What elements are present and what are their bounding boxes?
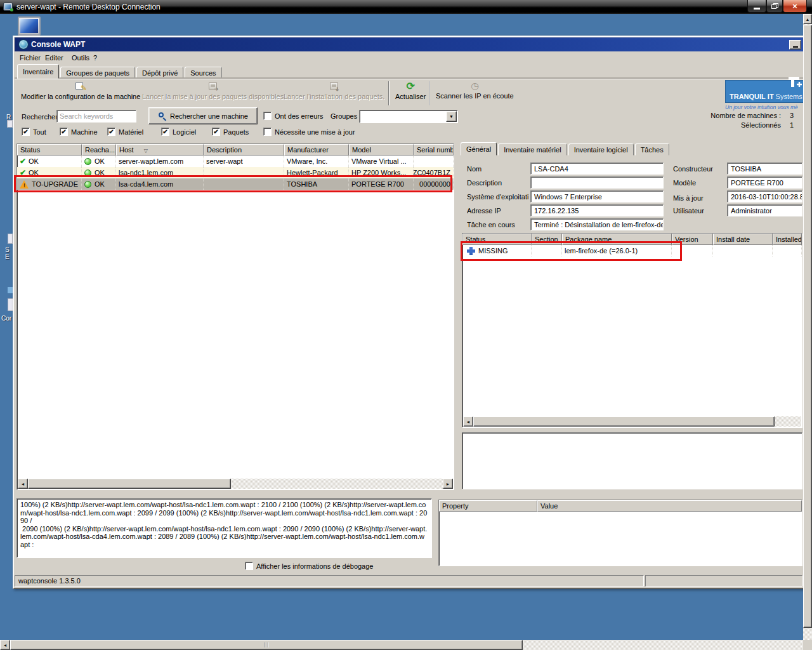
close-icon: × (792, 1, 797, 11)
filter-label-tout: Tout (33, 128, 46, 136)
launch-update-button: ➜ Lancer la mise à jour des paquets disp… (140, 81, 286, 101)
minimize-icon (793, 46, 798, 48)
scroll-up-arrow-icon[interactable]: ▲ (803, 14, 812, 24)
ok-check-icon: ✔ (20, 157, 26, 165)
tab-sources[interactable]: Sources (185, 67, 221, 79)
desktop-icon-fragment (8, 287, 13, 293)
main-tabbar: Inventaire Groupes de paquets Dépôt priv… (15, 64, 804, 79)
packages-grid: Status Section Package name Version Inst… (462, 233, 802, 428)
column-header-pkg-install-date[interactable]: Install date (713, 234, 773, 245)
rdp-restore-button[interactable] (766, 0, 783, 13)
menu-fichier[interactable]: Fichier (17, 53, 43, 62)
tab-inventaire[interactable]: Inventaire (17, 64, 59, 79)
filter-checkbox-materiel[interactable]: ✔ (107, 128, 115, 136)
package-detail-memo (462, 432, 802, 489)
desktop-icon-fragment (7, 120, 13, 128)
errors-checkbox-label: Ont des erreurs (275, 112, 323, 120)
scrollbar-thumb[interactable] (473, 416, 775, 427)
menu-help[interactable]: ? (91, 53, 100, 62)
sort-desc-icon: ▽ (144, 148, 148, 154)
filter-checkbox-machine[interactable]: ✔ (60, 128, 68, 136)
debug-info-checkbox-label: Afficher les informations de débogage (256, 562, 373, 570)
column-header-status[interactable]: Status (17, 144, 82, 156)
chevron-down-icon[interactable]: ▼ (446, 111, 457, 122)
scrollbar-thumb[interactable] (28, 479, 231, 489)
find-machine-button[interactable]: Rechercher une machine (148, 107, 258, 124)
filter-checkbox-logiciel[interactable]: ✔ (161, 128, 169, 136)
desktop-icon-label-fragment: E (5, 253, 10, 260)
field-constructeur[interactable]: TOSHIBA (727, 162, 802, 175)
statusbar-version: waptconsole 1.3.5.0 (15, 575, 644, 587)
rdp-close-button[interactable]: × (783, 0, 807, 13)
filter-label-machine: Machine (71, 128, 98, 136)
scrollbar-thumb[interactable] (803, 25, 812, 628)
tab-inventaire-logiciel[interactable]: Inventaire logiciel (568, 143, 634, 156)
window-minimize-button[interactable] (789, 40, 801, 50)
logo-plus-icon (797, 82, 802, 87)
search-input[interactable] (60, 112, 133, 120)
debug-info-checkbox[interactable] (245, 562, 253, 570)
filter-checkbox-paquets[interactable]: ✔ (212, 128, 220, 136)
menu-outils[interactable]: Outils (69, 53, 92, 62)
logo-tagline: Un jour votre intuition vous mè (725, 104, 808, 110)
column-header-description[interactable]: Description (204, 144, 284, 156)
field-ip[interactable]: 172.16.22.135 (530, 204, 664, 216)
column-header-host[interactable]: Host▽ (116, 144, 204, 156)
refresh-button[interactable]: ⟳ Actualiser (393, 81, 428, 101)
filter-checkbox-needs-update[interactable] (263, 128, 272, 136)
tranquil-it-logo: TRANQUILITSystems (725, 80, 804, 103)
machine-row[interactable]: ✔OK OK server-wapt.lem.com server-wapt V… (17, 156, 454, 167)
field-label-modele: Modèle (673, 179, 724, 187)
tab-groupes-de-paquets[interactable]: Groupes de paquets (60, 67, 135, 79)
rdp-vertical-scrollbar[interactable]: ▲ (803, 14, 812, 640)
scan-ip-button[interactable]: ◷ Scanner les IP en écoute (433, 81, 516, 100)
scroll-left-arrow-icon[interactable]: ◄ (18, 479, 28, 489)
rdp-horizontal-scrollbar[interactable]: ◄ (0, 640, 803, 650)
cell-host: server-wapt.lem.com (116, 156, 204, 167)
modify-machine-config-button[interactable]: ✎ Modifier la configuration de la machin… (18, 81, 143, 101)
scrollbar-track[interactable] (775, 416, 801, 427)
column-header-pkg-installed-by[interactable]: Installed b (773, 234, 802, 245)
rdp-minimize-button[interactable] (747, 0, 766, 13)
column-header-property[interactable]: Property (439, 500, 537, 512)
field-mis-a-jour[interactable]: 2016-03-10T10:00:28.8 (727, 190, 802, 202)
field-utilisateur[interactable]: Administrator (727, 204, 802, 216)
packages-grid-hscrollbar[interactable]: ◄ (463, 416, 801, 427)
scroll-left-arrow-icon[interactable]: ◄ (0, 640, 10, 650)
errors-checkbox[interactable] (263, 112, 272, 120)
scrollbar-thumb[interactable] (10, 640, 523, 650)
field-nom[interactable]: LSA-CDA4 (530, 162, 664, 175)
column-header-reachable[interactable]: Reacha... (82, 144, 116, 156)
tab-inventaire-materiel[interactable]: Inventaire matériel (498, 143, 567, 156)
column-header-value[interactable]: Value (537, 500, 802, 512)
column-header-manufacturer[interactable]: Manufacturer (284, 144, 349, 156)
search-machine-icon (158, 112, 167, 121)
scrollbar-track[interactable] (231, 479, 443, 489)
scroll-left-arrow-icon[interactable]: ◄ (463, 416, 473, 427)
refresh-icon: ⟳ (406, 81, 414, 91)
field-description[interactable] (530, 176, 664, 189)
tab-taches[interactable]: Tâches (635, 143, 669, 156)
field-label-constructeur: Constructeur (673, 165, 724, 173)
column-header-model[interactable]: Model (349, 144, 414, 156)
toolbar-separator (429, 81, 430, 105)
machines-grid-hscrollbar[interactable]: ◄ ► (18, 479, 453, 489)
tab-general[interactable]: Général (461, 142, 497, 156)
menu-editer[interactable]: Editer (43, 53, 66, 62)
groups-combobox[interactable]: ▼ (359, 110, 458, 123)
desktop-computer-icon[interactable] (18, 17, 41, 36)
log-output[interactable]: 100%) (2 KB/s)http://server-wapt.lem.com… (16, 498, 432, 558)
filter-label-materiel: Matériel (119, 128, 143, 136)
tab-depot-prive[interactable]: Dépôt privé (136, 67, 183, 79)
field-current-task[interactable]: Terminé : Désinstallation de lem-firefox… (530, 218, 664, 230)
field-label-current-task: Tâche en cours (467, 221, 528, 229)
column-header-serial[interactable]: Serial number (414, 144, 454, 156)
field-modele[interactable]: PORTEGE R700 (727, 176, 802, 189)
scroll-right-arrow-icon[interactable]: ► (443, 479, 453, 489)
launch-install-button: ➜ Lancer l'installation des paquets. (281, 81, 387, 101)
machines-grid: Status Reacha... Host▽ Description Manuf… (16, 143, 454, 490)
window-titlebar[interactable]: Console WAPT (15, 37, 804, 51)
filter-checkbox-tout[interactable]: ✔ (22, 128, 30, 136)
restore-icon (771, 3, 778, 9)
field-os[interactable]: Windows 7 Enterprise (530, 190, 664, 202)
